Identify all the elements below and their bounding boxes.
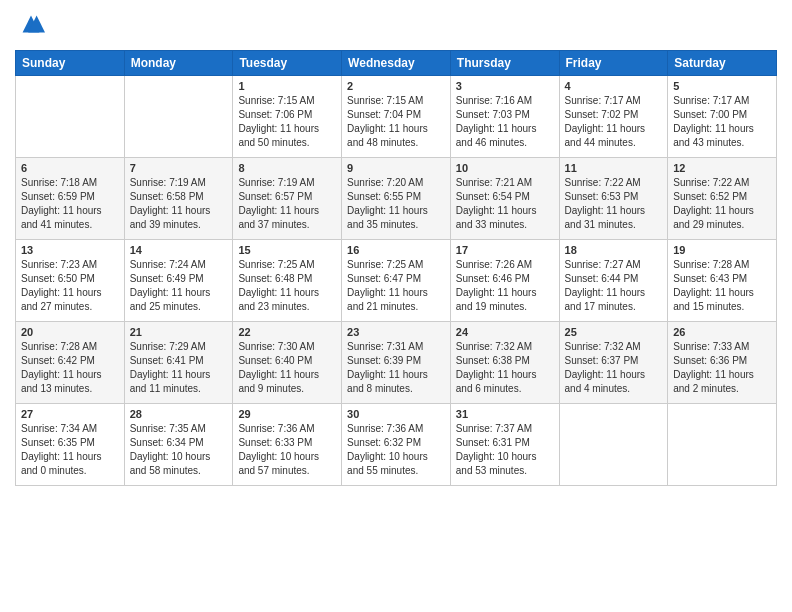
day-number: 13 bbox=[21, 244, 119, 256]
day-number: 12 bbox=[673, 162, 771, 174]
day-number: 10 bbox=[456, 162, 554, 174]
day-detail: Sunrise: 7:36 AMSunset: 6:32 PMDaylight:… bbox=[347, 422, 445, 478]
day-detail: Sunrise: 7:19 AMSunset: 6:58 PMDaylight:… bbox=[130, 176, 228, 232]
day-number: 27 bbox=[21, 408, 119, 420]
day-cell: 10Sunrise: 7:21 AMSunset: 6:54 PMDayligh… bbox=[450, 158, 559, 240]
day-detail: Sunrise: 7:32 AMSunset: 6:38 PMDaylight:… bbox=[456, 340, 554, 396]
day-cell: 29Sunrise: 7:36 AMSunset: 6:33 PMDayligh… bbox=[233, 404, 342, 486]
col-header-friday: Friday bbox=[559, 51, 668, 76]
day-number: 11 bbox=[565, 162, 663, 174]
day-number: 20 bbox=[21, 326, 119, 338]
day-cell: 13Sunrise: 7:23 AMSunset: 6:50 PMDayligh… bbox=[16, 240, 125, 322]
day-number: 25 bbox=[565, 326, 663, 338]
day-number: 28 bbox=[130, 408, 228, 420]
day-cell: 17Sunrise: 7:26 AMSunset: 6:46 PMDayligh… bbox=[450, 240, 559, 322]
day-detail: Sunrise: 7:22 AMSunset: 6:52 PMDaylight:… bbox=[673, 176, 771, 232]
day-cell: 31Sunrise: 7:37 AMSunset: 6:31 PMDayligh… bbox=[450, 404, 559, 486]
col-header-thursday: Thursday bbox=[450, 51, 559, 76]
day-detail: Sunrise: 7:25 AMSunset: 6:48 PMDaylight:… bbox=[238, 258, 336, 314]
day-detail: Sunrise: 7:16 AMSunset: 7:03 PMDaylight:… bbox=[456, 94, 554, 150]
day-number: 7 bbox=[130, 162, 228, 174]
day-number: 9 bbox=[347, 162, 445, 174]
day-detail: Sunrise: 7:29 AMSunset: 6:41 PMDaylight:… bbox=[130, 340, 228, 396]
day-detail: Sunrise: 7:27 AMSunset: 6:44 PMDaylight:… bbox=[565, 258, 663, 314]
week-row-5: 27Sunrise: 7:34 AMSunset: 6:35 PMDayligh… bbox=[16, 404, 777, 486]
day-number: 3 bbox=[456, 80, 554, 92]
col-header-sunday: Sunday bbox=[16, 51, 125, 76]
day-number: 8 bbox=[238, 162, 336, 174]
day-cell: 2Sunrise: 7:15 AMSunset: 7:04 PMDaylight… bbox=[342, 76, 451, 158]
day-detail: Sunrise: 7:24 AMSunset: 6:49 PMDaylight:… bbox=[130, 258, 228, 314]
day-number: 19 bbox=[673, 244, 771, 256]
col-header-saturday: Saturday bbox=[668, 51, 777, 76]
day-number: 15 bbox=[238, 244, 336, 256]
header bbox=[15, 10, 777, 42]
week-row-2: 6Sunrise: 7:18 AMSunset: 6:59 PMDaylight… bbox=[16, 158, 777, 240]
day-detail: Sunrise: 7:25 AMSunset: 6:47 PMDaylight:… bbox=[347, 258, 445, 314]
day-detail: Sunrise: 7:17 AMSunset: 7:02 PMDaylight:… bbox=[565, 94, 663, 150]
day-detail: Sunrise: 7:15 AMSunset: 7:06 PMDaylight:… bbox=[238, 94, 336, 150]
day-number: 2 bbox=[347, 80, 445, 92]
day-detail: Sunrise: 7:21 AMSunset: 6:54 PMDaylight:… bbox=[456, 176, 554, 232]
day-detail: Sunrise: 7:22 AMSunset: 6:53 PMDaylight:… bbox=[565, 176, 663, 232]
day-cell: 27Sunrise: 7:34 AMSunset: 6:35 PMDayligh… bbox=[16, 404, 125, 486]
day-detail: Sunrise: 7:23 AMSunset: 6:50 PMDaylight:… bbox=[21, 258, 119, 314]
day-cell: 16Sunrise: 7:25 AMSunset: 6:47 PMDayligh… bbox=[342, 240, 451, 322]
day-number: 22 bbox=[238, 326, 336, 338]
day-number: 16 bbox=[347, 244, 445, 256]
day-detail: Sunrise: 7:19 AMSunset: 6:57 PMDaylight:… bbox=[238, 176, 336, 232]
day-detail: Sunrise: 7:28 AMSunset: 6:42 PMDaylight:… bbox=[21, 340, 119, 396]
header-row: SundayMondayTuesdayWednesdayThursdayFrid… bbox=[16, 51, 777, 76]
day-cell: 1Sunrise: 7:15 AMSunset: 7:06 PMDaylight… bbox=[233, 76, 342, 158]
day-cell: 23Sunrise: 7:31 AMSunset: 6:39 PMDayligh… bbox=[342, 322, 451, 404]
day-cell: 20Sunrise: 7:28 AMSunset: 6:42 PMDayligh… bbox=[16, 322, 125, 404]
day-detail: Sunrise: 7:32 AMSunset: 6:37 PMDaylight:… bbox=[565, 340, 663, 396]
day-detail: Sunrise: 7:30 AMSunset: 6:40 PMDaylight:… bbox=[238, 340, 336, 396]
day-cell: 30Sunrise: 7:36 AMSunset: 6:32 PMDayligh… bbox=[342, 404, 451, 486]
day-cell: 14Sunrise: 7:24 AMSunset: 6:49 PMDayligh… bbox=[124, 240, 233, 322]
day-number: 21 bbox=[130, 326, 228, 338]
day-detail: Sunrise: 7:37 AMSunset: 6:31 PMDaylight:… bbox=[456, 422, 554, 478]
day-detail: Sunrise: 7:31 AMSunset: 6:39 PMDaylight:… bbox=[347, 340, 445, 396]
day-detail: Sunrise: 7:18 AMSunset: 6:59 PMDaylight:… bbox=[21, 176, 119, 232]
day-number: 18 bbox=[565, 244, 663, 256]
week-row-3: 13Sunrise: 7:23 AMSunset: 6:50 PMDayligh… bbox=[16, 240, 777, 322]
day-cell: 22Sunrise: 7:30 AMSunset: 6:40 PMDayligh… bbox=[233, 322, 342, 404]
day-detail: Sunrise: 7:36 AMSunset: 6:33 PMDaylight:… bbox=[238, 422, 336, 478]
day-detail: Sunrise: 7:33 AMSunset: 6:36 PMDaylight:… bbox=[673, 340, 771, 396]
day-cell: 21Sunrise: 7:29 AMSunset: 6:41 PMDayligh… bbox=[124, 322, 233, 404]
day-cell: 3Sunrise: 7:16 AMSunset: 7:03 PMDaylight… bbox=[450, 76, 559, 158]
day-number: 29 bbox=[238, 408, 336, 420]
col-header-wednesday: Wednesday bbox=[342, 51, 451, 76]
day-number: 4 bbox=[565, 80, 663, 92]
logo bbox=[15, 10, 45, 42]
day-number: 24 bbox=[456, 326, 554, 338]
day-number: 23 bbox=[347, 326, 445, 338]
day-detail: Sunrise: 7:35 AMSunset: 6:34 PMDaylight:… bbox=[130, 422, 228, 478]
day-cell: 9Sunrise: 7:20 AMSunset: 6:55 PMDaylight… bbox=[342, 158, 451, 240]
day-number: 31 bbox=[456, 408, 554, 420]
calendar-table: SundayMondayTuesdayWednesdayThursdayFrid… bbox=[15, 50, 777, 486]
week-row-1: 1Sunrise: 7:15 AMSunset: 7:06 PMDaylight… bbox=[16, 76, 777, 158]
col-header-tuesday: Tuesday bbox=[233, 51, 342, 76]
day-cell: 15Sunrise: 7:25 AMSunset: 6:48 PMDayligh… bbox=[233, 240, 342, 322]
day-cell: 7Sunrise: 7:19 AMSunset: 6:58 PMDaylight… bbox=[124, 158, 233, 240]
day-cell: 25Sunrise: 7:32 AMSunset: 6:37 PMDayligh… bbox=[559, 322, 668, 404]
day-number: 14 bbox=[130, 244, 228, 256]
day-cell: 4Sunrise: 7:17 AMSunset: 7:02 PMDaylight… bbox=[559, 76, 668, 158]
day-number: 6 bbox=[21, 162, 119, 174]
day-detail: Sunrise: 7:26 AMSunset: 6:46 PMDaylight:… bbox=[456, 258, 554, 314]
week-row-4: 20Sunrise: 7:28 AMSunset: 6:42 PMDayligh… bbox=[16, 322, 777, 404]
day-cell bbox=[668, 404, 777, 486]
day-number: 26 bbox=[673, 326, 771, 338]
day-detail: Sunrise: 7:15 AMSunset: 7:04 PMDaylight:… bbox=[347, 94, 445, 150]
day-number: 1 bbox=[238, 80, 336, 92]
day-cell: 19Sunrise: 7:28 AMSunset: 6:43 PMDayligh… bbox=[668, 240, 777, 322]
day-cell bbox=[16, 76, 125, 158]
day-detail: Sunrise: 7:17 AMSunset: 7:00 PMDaylight:… bbox=[673, 94, 771, 150]
day-number: 5 bbox=[673, 80, 771, 92]
day-cell: 5Sunrise: 7:17 AMSunset: 7:00 PMDaylight… bbox=[668, 76, 777, 158]
logo-icon bbox=[17, 10, 45, 38]
day-cell: 24Sunrise: 7:32 AMSunset: 6:38 PMDayligh… bbox=[450, 322, 559, 404]
day-cell: 18Sunrise: 7:27 AMSunset: 6:44 PMDayligh… bbox=[559, 240, 668, 322]
